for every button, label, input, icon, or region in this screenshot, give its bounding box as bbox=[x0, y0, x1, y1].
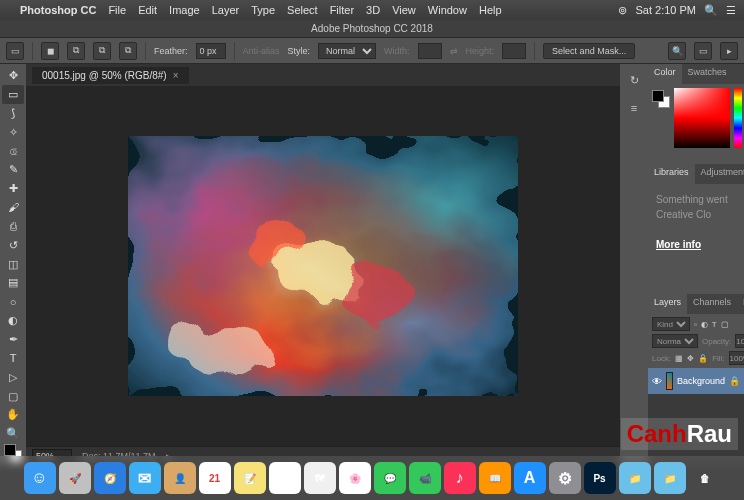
more-info-link[interactable]: More info bbox=[656, 239, 701, 250]
select-and-mask-button[interactable]: Select and Mask... bbox=[543, 43, 635, 59]
menu-window[interactable]: Window bbox=[428, 4, 467, 16]
history-panel-icon[interactable]: ↻ bbox=[624, 70, 644, 90]
lib-error-text-2: Creative Clo bbox=[656, 207, 736, 222]
marquee-tool[interactable]: ▭ bbox=[2, 85, 24, 104]
zoom-tool[interactable]: 🔍 bbox=[2, 424, 24, 443]
stamp-tool[interactable]: ⎙ bbox=[2, 217, 24, 236]
document-tab[interactable]: 00015.jpg @ 50% (RGB/8#) × bbox=[32, 67, 189, 84]
menu-type[interactable]: Type bbox=[251, 4, 275, 16]
menu-filter[interactable]: Filter bbox=[330, 4, 354, 16]
dock-maps-icon[interactable]: 🗺 bbox=[304, 462, 336, 494]
wand-tool[interactable]: ✧ bbox=[2, 123, 24, 142]
dock-calendar-icon[interactable]: 21 bbox=[199, 462, 231, 494]
lock-pixels-icon[interactable]: ▦ bbox=[675, 354, 683, 363]
intersect-selection-icon[interactable]: ⧉ bbox=[119, 42, 137, 60]
new-selection-icon[interactable]: ◼ bbox=[41, 42, 59, 60]
blend-mode-select[interactable]: Normal bbox=[652, 334, 698, 348]
workspace-menu-icon[interactable]: ▸ bbox=[720, 42, 738, 60]
menu-view[interactable]: View bbox=[392, 4, 416, 16]
menu-3d[interactable]: 3D bbox=[366, 4, 380, 16]
menu-file[interactable]: File bbox=[108, 4, 126, 16]
dock-trash-icon[interactable]: 🗑 bbox=[689, 462, 721, 494]
dock-appstore-icon[interactable]: A bbox=[514, 462, 546, 494]
crop-tool[interactable]: ⟃ bbox=[2, 141, 24, 160]
eraser-tool[interactable]: ◫ bbox=[2, 255, 24, 274]
dock-ibooks-icon[interactable]: 📖 bbox=[479, 462, 511, 494]
filter-adj-icon[interactable]: ◐ bbox=[701, 320, 708, 329]
layer-filter-select[interactable]: Kind bbox=[652, 317, 690, 331]
properties-panel-icon[interactable]: ≡ bbox=[624, 98, 644, 118]
layer-thumbnail[interactable] bbox=[666, 372, 673, 390]
antialias-checkbox[interactable]: Anti-alias bbox=[243, 46, 280, 56]
heal-tool[interactable]: ✚ bbox=[2, 179, 24, 198]
lasso-tool[interactable]: ⟆ bbox=[2, 104, 24, 123]
tool-preset-icon[interactable]: ▭ bbox=[6, 42, 24, 60]
dock-mail-icon[interactable]: ✉ bbox=[129, 462, 161, 494]
lock-all-icon[interactable]: 🔒 bbox=[698, 354, 708, 363]
paths-tab[interactable]: Paths bbox=[737, 294, 744, 314]
dock-contacts-icon[interactable]: 👤 bbox=[164, 462, 196, 494]
opacity-input[interactable] bbox=[735, 334, 744, 348]
eyedropper-tool[interactable]: ✎ bbox=[2, 160, 24, 179]
dock-itunes-icon[interactable]: ♪ bbox=[444, 462, 476, 494]
dock-messages-icon[interactable]: 💬 bbox=[374, 462, 406, 494]
move-tool[interactable]: ✥ bbox=[2, 66, 24, 85]
blur-tool[interactable]: ○ bbox=[2, 292, 24, 311]
type-tool[interactable]: T bbox=[2, 349, 24, 368]
dock-finder-icon[interactable]: ☺ bbox=[24, 462, 56, 494]
shape-tool[interactable]: ▢ bbox=[2, 387, 24, 406]
dock-photoshop-icon[interactable]: Ps bbox=[584, 462, 616, 494]
menu-image[interactable]: Image bbox=[169, 4, 200, 16]
menu-edit[interactable]: Edit bbox=[138, 4, 157, 16]
dock-preferences-icon[interactable]: ⚙ bbox=[549, 462, 581, 494]
brush-tool[interactable]: 🖌 bbox=[2, 198, 24, 217]
color-swatch[interactable] bbox=[652, 90, 670, 108]
dock-notes-icon[interactable]: 📝 bbox=[234, 462, 266, 494]
dock-folder1-icon[interactable]: 📁 bbox=[619, 462, 651, 494]
history-brush-tool[interactable]: ↺ bbox=[2, 236, 24, 255]
fill-input[interactable] bbox=[729, 351, 744, 365]
dodge-tool[interactable]: ◐ bbox=[2, 311, 24, 330]
swatches-tab[interactable]: Swatches bbox=[682, 64, 733, 84]
hand-tool[interactable]: ✋ bbox=[2, 405, 24, 424]
layer-visibility-icon[interactable]: 👁 bbox=[652, 376, 662, 387]
canvas-viewport[interactable] bbox=[26, 86, 620, 446]
dock-facetime-icon[interactable]: 📹 bbox=[409, 462, 441, 494]
search-icon[interactable]: 🔍 bbox=[668, 42, 686, 60]
path-tool[interactable]: ▷ bbox=[2, 368, 24, 387]
color-spectrum[interactable] bbox=[674, 88, 730, 148]
dock-safari-icon[interactable]: 🧭 bbox=[94, 462, 126, 494]
notification-center-icon[interactable]: ☰ bbox=[726, 4, 736, 17]
close-tab-icon[interactable]: × bbox=[173, 70, 179, 81]
style-select[interactable]: Normal bbox=[318, 43, 376, 59]
subtract-selection-icon[interactable]: ⧉ bbox=[93, 42, 111, 60]
adjustments-tab[interactable]: Adjustments bbox=[695, 164, 744, 184]
menu-select[interactable]: Select bbox=[287, 4, 318, 16]
dock-launchpad-icon[interactable]: 🚀 bbox=[59, 462, 91, 494]
workspace-icon[interactable]: ▭ bbox=[694, 42, 712, 60]
lock-position-icon[interactable]: ✥ bbox=[687, 354, 694, 363]
dock-reminders-icon[interactable]: ☑ bbox=[269, 462, 301, 494]
hue-slider[interactable] bbox=[734, 88, 742, 148]
layers-tab[interactable]: Layers bbox=[648, 294, 687, 314]
gradient-tool[interactable]: ▤ bbox=[2, 273, 24, 292]
color-tab[interactable]: Color bbox=[648, 64, 682, 84]
dock-folder2-icon[interactable]: 📁 bbox=[654, 462, 686, 494]
layer-item[interactable]: 👁 Background 🔒 bbox=[648, 368, 744, 394]
filter-pixel-icon[interactable]: ▫ bbox=[694, 320, 697, 329]
document-canvas[interactable] bbox=[128, 136, 518, 396]
feather-input[interactable] bbox=[196, 43, 226, 59]
spotlight-icon[interactable]: 🔍 bbox=[704, 4, 718, 17]
clock[interactable]: Sat 2:10 PM bbox=[635, 4, 696, 16]
app-menu[interactable]: Photoshop CC bbox=[20, 4, 96, 16]
filter-shape-icon[interactable]: ▢ bbox=[721, 320, 729, 329]
filter-type-icon[interactable]: T bbox=[712, 320, 717, 329]
dock-photos-icon[interactable]: 🌸 bbox=[339, 462, 371, 494]
channels-tab[interactable]: Channels bbox=[687, 294, 737, 314]
menu-help[interactable]: Help bbox=[479, 4, 502, 16]
libraries-tab[interactable]: Libraries bbox=[648, 164, 695, 184]
add-selection-icon[interactable]: ⧉ bbox=[67, 42, 85, 60]
wifi-icon[interactable]: ⊚ bbox=[618, 4, 627, 17]
menu-layer[interactable]: Layer bbox=[212, 4, 240, 16]
pen-tool[interactable]: ✒ bbox=[2, 330, 24, 349]
